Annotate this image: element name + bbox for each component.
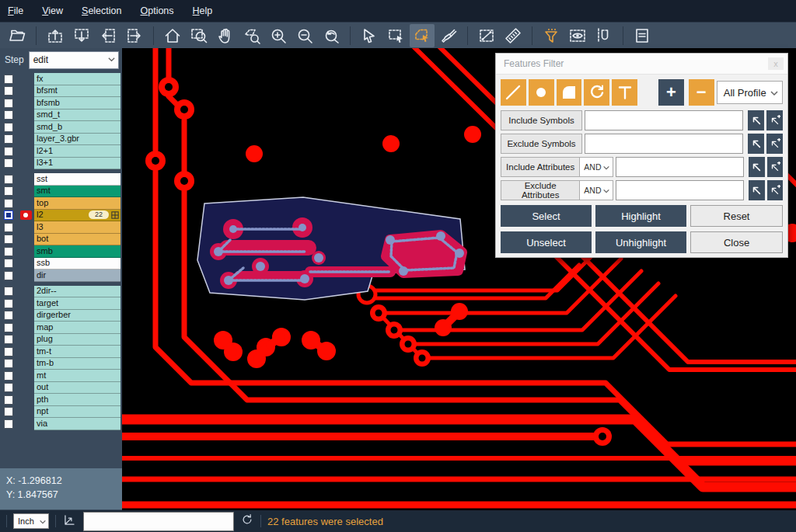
zoom-in-button[interactable]: [266, 24, 291, 47]
add-filter-button[interactable]: +: [658, 79, 684, 106]
measure-line-button[interactable]: [474, 24, 499, 47]
layer-checkbox-ssb[interactable]: [4, 259, 13, 268]
grid-icon[interactable]: [111, 211, 119, 219]
select-rectangle-button[interactable]: [383, 24, 408, 47]
pick-add-attribute-button[interactable]: [767, 180, 783, 200]
pick-symbol-button[interactable]: [748, 134, 764, 154]
layer-cell-npt[interactable]: npt: [34, 406, 120, 419]
layer-cell-pth[interactable]: pth: [34, 394, 120, 406]
include-symbols-input[interactable]: [585, 110, 743, 130]
layer-checkbox-mt[interactable]: [4, 371, 13, 381]
exclude-symbols-button[interactable]: Exclude Symbols: [501, 134, 582, 154]
layer-cell-layer_3.gbr[interactable]: layer_3.gbr: [34, 134, 120, 146]
pan-up-button[interactable]: [43, 24, 68, 47]
report-button[interactable]: [630, 24, 655, 47]
remove-filter-button[interactable]: −: [689, 79, 714, 106]
refresh-icon[interactable]: [240, 513, 254, 530]
layer-checkbox-bfsmb[interactable]: [4, 99, 13, 108]
menu-item-help[interactable]: Help: [193, 5, 213, 16]
layer-checkbox-smd_t[interactable]: [4, 110, 13, 120]
layer-checkbox-npt[interactable]: [4, 407, 13, 416]
view-selection-button[interactable]: [565, 24, 590, 47]
pan-hand-button[interactable]: [213, 24, 238, 47]
layer-checkbox-l3[interactable]: [4, 223, 13, 232]
layer-checkbox-bfsmt[interactable]: [4, 86, 13, 96]
layer-checkbox-fx[interactable]: [4, 75, 13, 84]
layer-cell-smd_b[interactable]: smd_b: [34, 121, 120, 134]
layer-cell-mt[interactable]: mt: [34, 370, 120, 382]
layer-cell-fx[interactable]: fx: [34, 73, 120, 85]
layer-cell-ssb[interactable]: ssb: [34, 258, 120, 270]
menu-item-options[interactable]: Options: [140, 5, 173, 16]
layer-checkbox-dirgerber[interactable]: [4, 311, 13, 320]
include-symbols-button[interactable]: Include Symbols: [501, 110, 582, 130]
layer-cell-l2+1[interactable]: l2+1: [34, 145, 120, 158]
layer-checkbox-target[interactable]: [4, 299, 13, 308]
layer-cell-smd_t[interactable]: smd_t: [34, 110, 120, 122]
layer-cell-via[interactable]: via: [34, 418, 120, 430]
reset-button[interactable]: Reset: [690, 205, 783, 227]
unit-select[interactable]: Inch: [13, 513, 49, 529]
layer-checkbox-tm-t[interactable]: [4, 347, 13, 356]
zoom-previous-button[interactable]: [319, 24, 344, 47]
clear-brush-button[interactable]: [436, 24, 461, 47]
filter-surface-button[interactable]: [557, 79, 582, 106]
menu-item-selection[interactable]: Selection: [82, 5, 121, 16]
layer-checkbox-map[interactable]: [4, 323, 13, 332]
layer-checkbox-smt[interactable]: [4, 186, 13, 196]
include-attributes-input[interactable]: [616, 157, 744, 177]
angle-measure-icon[interactable]: [62, 513, 77, 530]
layer-cell-out[interactable]: out: [34, 382, 120, 395]
filter-text-button[interactable]: [612, 79, 637, 106]
layer-checkbox-out[interactable]: [4, 383, 13, 392]
layer-checkbox-top[interactable]: [4, 199, 13, 208]
active-layer-indicator[interactable]: [20, 210, 32, 220]
snap-magnet-button[interactable]: [592, 24, 616, 47]
layer-checkbox-l3+1[interactable]: [4, 158, 13, 168]
layer-cell-smb[interactable]: smb: [34, 245, 120, 258]
layer-cell-dir[interactable]: dir: [34, 269, 120, 282]
open-file-button[interactable]: [5, 24, 30, 47]
close-button[interactable]: Close: [690, 231, 783, 253]
zoom-polygon-button[interactable]: [239, 24, 264, 47]
layer-checkbox-layer_3.gbr[interactable]: [4, 134, 13, 144]
layer-cell-l3[interactable]: l3: [34, 221, 120, 234]
layer-checkbox-via[interactable]: [4, 419, 13, 429]
layer-cell-map[interactable]: map: [34, 322, 120, 334]
layer-cell-2dir--[interactable]: 2dir--: [34, 286, 120, 298]
layer-checkbox-2dir--[interactable]: [4, 287, 13, 296]
close-icon[interactable]: x: [768, 57, 784, 70]
layer-cell-smt[interactable]: smt: [34, 186, 120, 198]
features-filter-button[interactable]: [539, 24, 564, 47]
unhighlight-button[interactable]: Unhighlight: [595, 231, 686, 253]
layer-checkbox-sst[interactable]: [4, 175, 13, 184]
pick-add-attribute-button[interactable]: [767, 157, 783, 177]
layer-checkbox-smd_b[interactable]: [4, 123, 13, 132]
command-input[interactable]: [83, 512, 234, 531]
filter-arc-button[interactable]: [584, 79, 609, 106]
menu-item-view[interactable]: View: [42, 5, 63, 16]
layer-cell-sst[interactable]: sst: [34, 173, 120, 186]
layer-cell-bfsmb[interactable]: bfsmb: [34, 97, 120, 110]
pick-symbol-button[interactable]: [748, 110, 764, 130]
exclude-attributes-and-select[interactable]: AND: [580, 180, 613, 200]
pick-add-symbol-button[interactable]: [766, 134, 783, 154]
select-button[interactable]: Select: [501, 205, 592, 227]
step-select[interactable]: edit: [29, 51, 119, 69]
layer-checkbox-bot[interactable]: [4, 235, 13, 244]
layer-checkbox-smb[interactable]: [4, 247, 13, 256]
exclude-attributes-button[interactable]: Exclude Attributes: [501, 180, 580, 200]
home-view-button[interactable]: [160, 24, 185, 47]
profile-select[interactable]: All Profile: [717, 81, 783, 104]
layer-cell-target[interactable]: target: [34, 297, 120, 310]
pan-down-button[interactable]: [69, 24, 94, 47]
layer-checkbox-plug[interactable]: [4, 335, 13, 344]
zoom-out-button[interactable]: [292, 24, 317, 47]
measure-ruler-button[interactable]: [501, 24, 525, 47]
select-polygon-button[interactable]: [410, 24, 435, 47]
exclude-symbols-input[interactable]: [585, 134, 743, 154]
pick-attribute-button[interactable]: [749, 157, 764, 177]
exclude-attributes-input[interactable]: [616, 180, 744, 200]
layer-cell-bot[interactable]: bot: [34, 234, 120, 246]
select-arrow-button[interactable]: [357, 24, 382, 47]
